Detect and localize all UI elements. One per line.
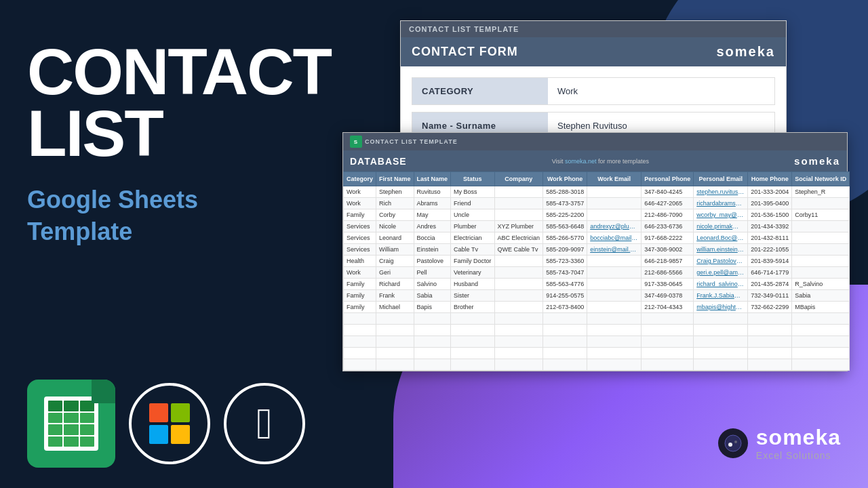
table-cell-empty xyxy=(642,336,694,348)
table-cell: Services xyxy=(344,221,376,232)
db-someka-label: someka xyxy=(794,155,840,167)
sheet-cell xyxy=(80,413,94,424)
table-cell: 585-473-3757 xyxy=(543,198,587,209)
table-cell: 201-395-0400 xyxy=(748,198,792,209)
table-cell: 201-222-1055 xyxy=(748,244,792,256)
table-row[interactable]: FamilyRichardSalvinoHusband585-563-47769… xyxy=(344,279,850,290)
table-cell-empty xyxy=(494,313,543,325)
table-cell: 585-743-7047 xyxy=(543,267,587,279)
table-cell: Bapis xyxy=(414,302,451,313)
table-cell: Frank.J.Sabia@ubs.com xyxy=(694,290,748,302)
table-cell: 646-714-1779 xyxy=(748,267,792,279)
someka-text: someka Excel Solutions xyxy=(756,425,841,461)
cf-header-bar: CONTACT LIST TEMPLATE xyxy=(401,21,786,37)
table-cell: 201-434-3392 xyxy=(748,221,792,232)
apple-icon[interactable]:  xyxy=(224,383,305,464)
table-cell-empty xyxy=(587,325,642,336)
someka-circle-svg xyxy=(724,434,743,453)
col-category: Category xyxy=(344,172,376,186)
svg-point-1 xyxy=(728,443,732,447)
table-cell xyxy=(587,302,642,313)
table-row[interactable]: FamilyCorbyMayUncle585-225-2200212-486-7… xyxy=(344,209,850,221)
table-cell: 646-233-6736 xyxy=(642,221,694,232)
table-row-empty xyxy=(344,336,850,348)
table-cell: Veterinary xyxy=(451,267,495,279)
table-cell-empty xyxy=(792,325,850,336)
sheet-cell xyxy=(80,401,94,411)
table-cell: 585-209-9097 xyxy=(543,244,587,256)
table-cell: 585-563-4776 xyxy=(543,279,587,290)
table-cell-empty xyxy=(792,348,850,359)
cf-title-row: CONTACT FORM someka xyxy=(401,37,786,66)
table-cell: Rich xyxy=(376,198,414,209)
table-cell: ABC Electrician xyxy=(494,232,543,244)
table-cell: Family xyxy=(344,279,376,290)
table-cell: 585-288-3018 xyxy=(543,186,587,198)
table-cell-empty xyxy=(694,313,748,325)
table-cell-empty xyxy=(748,359,792,371)
table-row[interactable]: WorkStephenRuvitusoMy Boss585-288-301834… xyxy=(344,186,850,198)
table-cell: Craig xyxy=(376,256,414,267)
table-cell xyxy=(792,256,850,267)
table-cell xyxy=(792,232,850,244)
table-cell: 585-563-6648 xyxy=(543,221,587,232)
table-cell-empty xyxy=(451,359,495,371)
table-cell: Pastolove xyxy=(414,256,451,267)
table-cell-empty xyxy=(694,359,748,371)
table-cell: Corby xyxy=(376,209,414,221)
table-cell-empty xyxy=(451,336,495,348)
table-cell: Family xyxy=(344,290,376,302)
table-cell: william.einstein@ubs.com xyxy=(694,244,748,256)
table-cell-empty xyxy=(543,325,587,336)
subtitle-line2: Template xyxy=(27,218,132,245)
table-row[interactable]: HealthCraigPastoloveFamily Doctor585-723… xyxy=(344,256,850,267)
table-cell xyxy=(494,267,543,279)
table-cell-empty xyxy=(451,313,495,325)
google-sheets-icon[interactable] xyxy=(27,380,115,468)
table-cell: Brother xyxy=(451,302,495,313)
svg-point-0 xyxy=(725,435,741,451)
windows-icon[interactable] xyxy=(129,383,210,464)
table-cell: Sister xyxy=(451,290,495,302)
table-cell: 917-668-2222 xyxy=(642,232,694,244)
table-cell: 212-486-7090 xyxy=(642,209,694,221)
cf-category-value[interactable]: Work xyxy=(548,78,774,104)
title-line2: LIST xyxy=(27,97,163,169)
db-title-text: DATABASE xyxy=(350,156,407,167)
table-cell: Sabia xyxy=(792,290,850,302)
table-cell: Stephen_R xyxy=(792,186,850,198)
table-cell xyxy=(792,221,850,232)
table-row[interactable]: ServicesNicoleAndresPlumberXYZ Plumber58… xyxy=(344,221,850,232)
table-cell: Einstein xyxy=(414,244,451,256)
win-blue xyxy=(149,425,168,444)
table-cell xyxy=(494,198,543,209)
sheet-cell xyxy=(64,436,78,447)
table-cell: Services xyxy=(344,232,376,244)
col-workemail: Work Email xyxy=(587,172,642,186)
table-row[interactable]: WorkGeriPellVeterinary585-743-7047212-68… xyxy=(344,267,850,279)
table-cell: Uncle xyxy=(451,209,495,221)
sheet-cell xyxy=(48,436,62,447)
cf-category-row: CATEGORY Work xyxy=(412,77,775,105)
table-cell: Craig.Pastolove@morganstanley.com xyxy=(694,256,748,267)
sheet-cell xyxy=(64,401,78,411)
table-cell-empty xyxy=(376,313,414,325)
platform-icons-row:  xyxy=(27,380,305,468)
table-cell-empty xyxy=(587,313,642,325)
table-cell-empty xyxy=(451,348,495,359)
win-red xyxy=(149,403,168,422)
table-row[interactable]: WorkRichAbramsFriend585-473-3757646-427-… xyxy=(344,198,850,209)
table-row[interactable]: FamilyMichaelBapisBrother212-673-8400212… xyxy=(344,302,850,313)
table-cell: Stephen xyxy=(376,186,414,198)
table-cell-empty xyxy=(494,325,543,336)
table-row[interactable]: FamilyFrankSabiaSister914-255-0575347-46… xyxy=(344,290,850,302)
windows-grid xyxy=(149,403,190,444)
table-cell-empty xyxy=(543,359,587,371)
table-row[interactable]: ServicesWilliamEinsteinCable TvQWE Cable… xyxy=(344,244,850,256)
table-row[interactable]: ServicesLeonardBocciaElectricianABC Elec… xyxy=(344,232,850,244)
table-cell xyxy=(587,209,642,221)
table-cell-empty xyxy=(694,336,748,348)
table-cell: William xyxy=(376,244,414,256)
table-cell: andrexyz@plumber.com xyxy=(587,221,642,232)
win-yellow xyxy=(171,425,190,444)
